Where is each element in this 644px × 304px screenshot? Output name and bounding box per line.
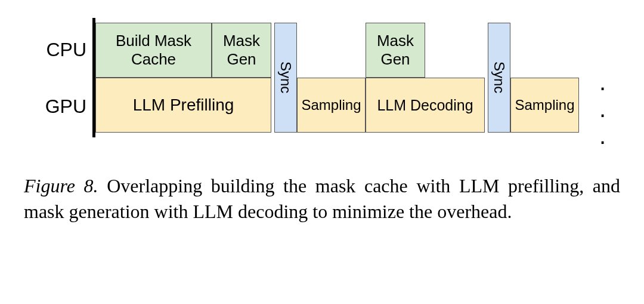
- mask-gen-block-2: Mask Gen: [366, 23, 425, 78]
- sync-block-1: Sync: [274, 23, 297, 133]
- sync-block-2: Sync: [488, 23, 510, 133]
- sampling-block-1: Sampling: [297, 78, 366, 133]
- build-mask-cache-block: Build Mask Cache: [95, 23, 212, 78]
- caption-text: Overlapping building the mask cache with…: [24, 175, 620, 222]
- timeline-area: Build Mask Cache Mask Gen LLM Prefilling…: [92, 18, 611, 137]
- llm-decoding-block: LLM Decoding: [366, 78, 485, 133]
- llm-prefilling-block: LLM Prefilling: [95, 78, 271, 133]
- gpu-row-label: GPU: [24, 96, 86, 118]
- sampling-block-2: Sampling: [510, 78, 579, 133]
- cpu-row-label: CPU: [24, 39, 86, 61]
- figure-caption: Figure 8. Overlapping building the mask …: [24, 173, 620, 225]
- figure-label: Figure 8.: [24, 175, 98, 196]
- ellipsis-icon: . . .: [599, 69, 611, 149]
- mask-gen-block-1: Mask Gen: [212, 23, 271, 78]
- timeline-diagram: CPU GPU Build Mask Cache Mask Gen LLM Pr…: [24, 18, 620, 143]
